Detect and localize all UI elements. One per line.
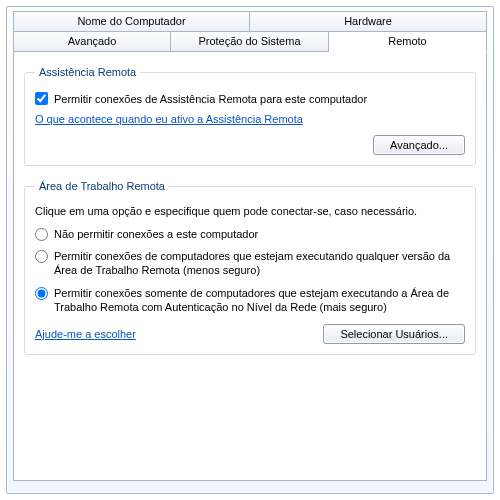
tab-row-1: Nome do Computador Hardware (13, 11, 487, 32)
rdp-option-any-version[interactable]: Permitir conexões de computadores que es… (35, 249, 465, 278)
group-remote-desktop: Área de Trabalho Remota Clique em uma op… (24, 180, 476, 355)
tab-remote[interactable]: Remoto (329, 31, 487, 52)
tab-advanced[interactable]: Avançado (13, 31, 171, 52)
allow-remote-assistance-label: Permitir conexões de Assistência Remota … (54, 93, 367, 105)
tab-row-2: Avançado Proteção do Sistema Remoto (13, 31, 487, 52)
remote-assistance-help-link[interactable]: O que acontece quando eu ativo a Assistê… (35, 113, 303, 125)
legend-remote-assistance: Assistência Remota (35, 66, 140, 78)
rdp-option-nla-only-label: Permitir conexões somente de computadore… (54, 286, 465, 315)
rdp-radio-deny[interactable] (35, 228, 48, 241)
rdp-option-deny-label: Não permitir conexões a este computador (54, 227, 258, 241)
rdp-option-any-version-label: Permitir conexões de computadores que es… (54, 249, 465, 278)
select-users-button[interactable]: Selecionar Usuários... (323, 324, 465, 344)
rdp-radio-any-version[interactable] (35, 250, 48, 263)
tab-computer-name[interactable]: Nome do Computador (13, 11, 250, 32)
rdp-option-nla-only[interactable]: Permitir conexões somente de computadore… (35, 286, 465, 315)
legend-remote-desktop: Área de Trabalho Remota (35, 180, 169, 192)
tab-system-protection[interactable]: Proteção do Sistema (171, 31, 329, 52)
remote-assistance-advanced-button[interactable]: Avançado... (373, 135, 465, 155)
remote-desktop-bottom-row: Ajude-me a escolher Selecionar Usuários.… (35, 324, 465, 344)
allow-remote-assistance-checkbox[interactable] (35, 92, 48, 105)
rdp-help-link[interactable]: Ajude-me a escolher (35, 328, 136, 340)
rdp-option-deny[interactable]: Não permitir conexões a este computador (35, 227, 465, 241)
tab-hardware[interactable]: Hardware (250, 11, 487, 32)
rdp-radio-nla-only[interactable] (35, 287, 48, 300)
system-properties-window: Nome do Computador Hardware Avançado Pro… (6, 6, 494, 494)
remote-desktop-description: Clique em uma opção e especifique quem p… (35, 204, 465, 219)
tab-content-remote: Assistência Remota Permitir conexões de … (13, 51, 487, 481)
allow-remote-assistance-row: Permitir conexões de Assistência Remota … (35, 92, 465, 105)
group-remote-assistance: Assistência Remota Permitir conexões de … (24, 66, 476, 166)
